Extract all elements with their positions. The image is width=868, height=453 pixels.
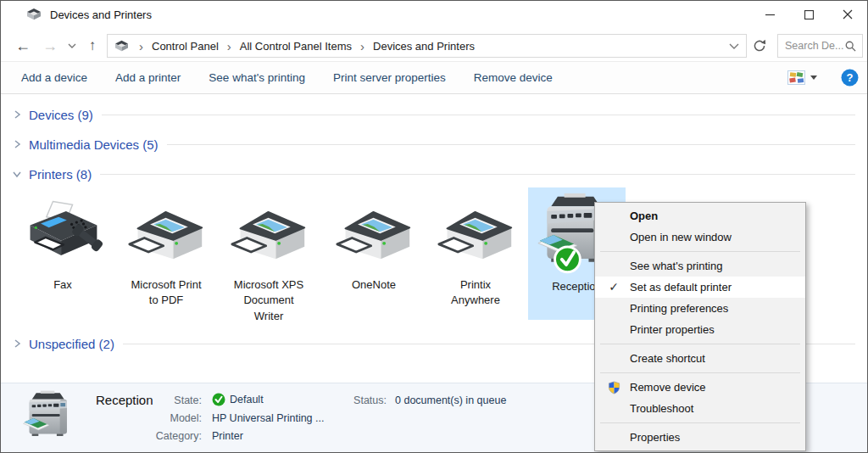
title-bar: Devices and Printers (1, 1, 867, 28)
model-label: Model: (142, 412, 202, 424)
printer-tile-microsoft-xps-document-writer[interactable]: Microsoft XPS Document Writer (222, 189, 315, 324)
view-dropdown-caret-icon (810, 76, 817, 80)
menu-item-properties[interactable]: Properties (595, 427, 805, 448)
chevron-down-icon (11, 170, 23, 178)
change-view-button[interactable] (784, 68, 821, 87)
refresh-button[interactable] (753, 39, 766, 53)
group-header-devices[interactable]: Devices (9) (11, 105, 855, 124)
chevron-right-icon (11, 338, 23, 349)
printer-label: Microsoft XPS Document Writer (228, 277, 309, 324)
command-toolbar: Add a device Add a printer See what's pr… (1, 61, 867, 94)
search-input[interactable] (778, 40, 844, 52)
recent-locations-dropdown[interactable] (65, 32, 79, 59)
address-dropdown-icon[interactable] (729, 42, 739, 50)
printer-tile-fax[interactable]: Fax (16, 189, 109, 293)
menu-item-remove-device[interactable]: Remove device (595, 377, 805, 398)
category-value: Printer (212, 430, 243, 442)
printer-label: Microsoft Print to PDF (125, 277, 207, 309)
menu-separator (600, 251, 800, 252)
chevron-right-icon (11, 109, 23, 120)
printer-icon (120, 189, 213, 267)
selected-printer-thumbnail-icon (21, 390, 77, 450)
menu-item-see-whats-printing[interactable]: See what's printing (595, 255, 805, 277)
model-value: HP Universal Printing ... (212, 412, 324, 424)
maximize-button[interactable] (789, 1, 828, 28)
address-bar[interactable]: › Control Panel › All Control Panel Item… (107, 34, 747, 58)
menu-item-set-as-default-printer[interactable]: ✓ Set as default printer (595, 277, 805, 298)
refresh-icon (753, 39, 766, 53)
printer-label: Fax (22, 277, 103, 293)
view-mode-icon (787, 70, 805, 85)
breadcrumb-separator: › (353, 39, 371, 53)
add-a-printer-button[interactable]: Add a printer (115, 71, 181, 84)
menu-item-open-in-new-window[interactable]: Open in new window (595, 226, 805, 248)
printer-app-icon (26, 8, 42, 21)
menu-item-create-shortcut[interactable]: Create shortcut (595, 348, 805, 369)
status-value: 0 document(s) in queue (395, 394, 506, 406)
help-icon: ? (841, 69, 859, 87)
forward-button[interactable]: → (40, 32, 60, 59)
check-icon: ✓ (604, 277, 624, 298)
category-label: Category: (142, 430, 202, 442)
help-button[interactable]: ? (841, 69, 859, 87)
printer-icon (222, 189, 315, 267)
minimize-icon (765, 10, 775, 20)
group-header-multimedia-devices[interactable]: Multimedia Devices (5) (11, 135, 855, 154)
printer-tile-microsoft-print-to-pdf[interactable]: Microsoft Print to PDF (120, 189, 213, 309)
printer-icon (429, 189, 522, 267)
devices-and-printers-window: Devices and Printers ← → ↑ › Control Pan… (0, 0, 868, 453)
remove-device-button[interactable]: Remove device (474, 71, 553, 84)
close-button[interactable] (828, 1, 867, 28)
breadcrumb-separator: › (220, 39, 238, 53)
search-box[interactable] (777, 34, 863, 58)
breadcrumb-devices-and-printers[interactable]: Devices and Printers (371, 40, 476, 53)
breadcrumb-all-control-panel-items[interactable]: All Control Panel Items (238, 40, 353, 53)
menu-separator (600, 372, 800, 373)
up-button[interactable]: ↑ (82, 32, 103, 59)
printer-label: OneNote (333, 277, 415, 293)
state-value: Default (212, 393, 264, 406)
state-label: State: (142, 394, 202, 406)
svg-text:?: ? (847, 71, 854, 84)
breadcrumb-control-panel[interactable]: Control Panel (150, 40, 220, 53)
printer-tile-printix-anywhere[interactable]: Printix Anywhere (429, 189, 522, 309)
minimize-button[interactable] (750, 1, 789, 28)
status-label: Status: (327, 394, 387, 406)
menu-item-open[interactable]: Open (595, 205, 805, 226)
default-check-icon (212, 393, 225, 406)
navigation-bar: ← → ↑ › Control Panel › All Control Pane… (1, 32, 867, 59)
chevron-down-icon (68, 42, 76, 49)
search-icon (844, 40, 857, 53)
menu-item-printing-preferences[interactable]: Printing preferences (595, 298, 805, 319)
printer-label: Printix Anywhere (435, 277, 516, 309)
printer-icon (327, 189, 420, 267)
menu-item-troubleshoot[interactable]: Troubleshoot (595, 398, 805, 419)
location-printer-icon (114, 40, 129, 53)
default-printer-badge (554, 247, 580, 272)
back-button[interactable]: ← (13, 32, 33, 59)
context-menu: Open Open in new window See what's print… (594, 202, 806, 451)
menu-separator (600, 422, 800, 423)
group-header-printers[interactable]: Printers (8) (11, 165, 855, 183)
breadcrumb-separator: › (132, 39, 150, 53)
menu-separator (600, 344, 800, 344)
window-title: Devices and Printers (50, 8, 152, 21)
menu-item-printer-properties[interactable]: Printer properties (595, 319, 805, 340)
print-server-properties-button[interactable]: Print server properties (333, 71, 446, 84)
maximize-icon (804, 10, 814, 20)
uac-shield-icon (604, 377, 624, 398)
fax-machine-icon (16, 189, 109, 267)
printer-tile-onenote[interactable]: OneNote (327, 189, 420, 293)
see-whats-printing-button[interactable]: See what's printing (209, 71, 305, 84)
add-a-device-button[interactable]: Add a device (21, 71, 87, 84)
chevron-right-icon (11, 139, 23, 149)
close-icon (843, 9, 853, 20)
